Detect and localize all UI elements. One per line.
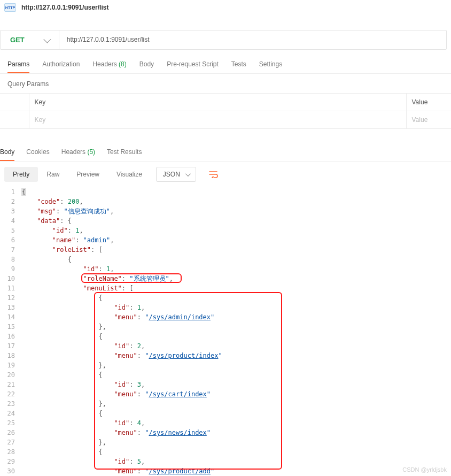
qp-value-input[interactable]: Value <box>406 111 451 129</box>
tab-params[interactable]: Params <box>7 60 29 73</box>
tab-prerequest[interactable]: Pre-request Script <box>167 60 219 73</box>
format-select[interactable]: JSON <box>156 167 196 182</box>
request-tabs: Params Authorization Headers (8) Body Pr… <box>0 53 451 74</box>
qp-key-input[interactable]: Key <box>29 111 406 129</box>
tab-body[interactable]: Body <box>139 60 154 73</box>
resp-tab-body[interactable]: Body <box>0 148 14 161</box>
http-icon: HTTP <box>4 3 16 12</box>
url-input[interactable]: http://127.0.0.1:9091/user/list <box>59 30 446 49</box>
table-row: Key Value <box>0 111 451 129</box>
method-label: GET <box>10 36 25 44</box>
tab-tests[interactable]: Tests <box>231 60 246 73</box>
query-params-title: Query Params <box>0 74 451 93</box>
tab-headers[interactable]: Headers (8) <box>92 60 126 73</box>
response-tabs: Body Cookies Headers (5) Test Results <box>0 129 451 162</box>
watermark: CSDN @yrldjsbk <box>402 466 447 473</box>
resp-tab-cookies[interactable]: Cookies <box>26 148 49 161</box>
query-params-table: Key Value Key Value <box>0 93 451 129</box>
tab-settings[interactable]: Settings <box>259 60 282 73</box>
response-body[interactable]: 1234567891011121314151617181920212223242… <box>0 187 451 476</box>
view-visualize[interactable]: Visualize <box>108 167 151 182</box>
chevron-down-icon <box>43 35 51 43</box>
line-gutter: 1234567891011121314151617181920212223242… <box>0 187 21 476</box>
tab-title: http://127.0.0.1:9091/user/list <box>21 4 108 11</box>
wrap-icon[interactable] <box>205 167 223 181</box>
view-preview[interactable]: Preview <box>68 167 108 182</box>
method-selector[interactable]: GET <box>1 30 59 49</box>
view-row: Pretty Raw Preview Visualize JSON <box>0 162 451 187</box>
request-row: GET http://127.0.0.1:9091/user/list <box>0 30 447 50</box>
tab-authorization[interactable]: Authorization <box>42 60 80 73</box>
qp-value-header: Value <box>406 94 451 111</box>
view-raw[interactable]: Raw <box>38 167 68 182</box>
format-label: JSON <box>163 171 180 178</box>
qp-key-header: Key <box>29 94 406 111</box>
resp-tab-tests[interactable]: Test Results <box>107 148 142 161</box>
view-pretty[interactable]: Pretty <box>4 167 38 182</box>
chevron-down-icon <box>185 171 191 176</box>
tab-header: HTTP http://127.0.0.1:9091/user/list <box>0 0 451 15</box>
resp-tab-headers[interactable]: Headers (5) <box>61 148 95 161</box>
